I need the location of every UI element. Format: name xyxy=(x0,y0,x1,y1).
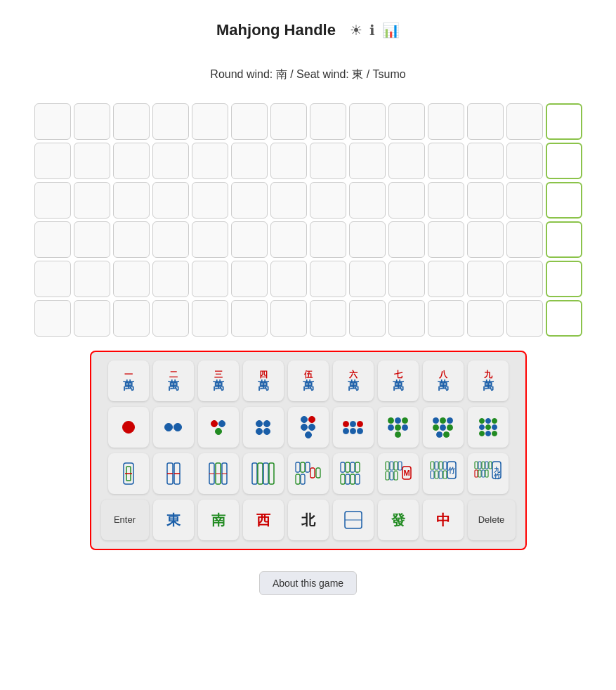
man-1-key[interactable]: 一 萬 xyxy=(108,360,149,401)
tile-slot[interactable] xyxy=(310,300,346,337)
stats-icon[interactable]: 📊 xyxy=(382,22,400,39)
tile-slot[interactable] xyxy=(388,182,425,219)
pin-6-key[interactable] xyxy=(333,407,374,448)
sou-9-key[interactable]: 九 竹 xyxy=(468,453,509,494)
tile-slot[interactable] xyxy=(192,143,228,179)
tile-slot[interactable] xyxy=(34,103,71,140)
tile-slot[interactable] xyxy=(74,143,110,179)
tile-slot[interactable] xyxy=(74,103,110,140)
tile-slot[interactable] xyxy=(349,300,386,337)
sou-4-key[interactable] xyxy=(243,453,284,494)
pin-1-key[interactable] xyxy=(108,407,149,448)
sou-1-key[interactable] xyxy=(108,453,149,494)
tile-slot[interactable] xyxy=(506,221,543,258)
sou-6-key[interactable] xyxy=(333,453,374,494)
tile-slot[interactable] xyxy=(467,182,504,219)
tile-slot[interactable] xyxy=(310,261,346,297)
tile-slot[interactable] xyxy=(113,182,150,219)
tile-slot[interactable] xyxy=(388,300,425,337)
man-6-key[interactable]: 六 萬 xyxy=(333,360,374,401)
haku-key[interactable] xyxy=(333,500,374,540)
enter-key[interactable]: Enter xyxy=(101,500,149,540)
tile-slot[interactable] xyxy=(388,103,425,140)
tile-slot[interactable] xyxy=(152,261,189,297)
pin-9-key[interactable] xyxy=(468,407,509,448)
tile-slot[interactable] xyxy=(192,261,228,297)
tile-slot[interactable] xyxy=(506,103,543,140)
tile-slot[interactable] xyxy=(192,103,228,140)
man-2-key[interactable]: 二 萬 xyxy=(153,360,194,401)
tile-slot[interactable] xyxy=(152,221,189,258)
side-tile-slot[interactable] xyxy=(546,103,582,140)
tile-slot[interactable] xyxy=(349,182,386,219)
pin-4-key[interactable] xyxy=(243,407,284,448)
tile-slot[interactable] xyxy=(506,261,543,297)
side-tile-slot[interactable] xyxy=(546,221,582,258)
delete-key[interactable]: Delete xyxy=(468,500,516,540)
pin-2-key[interactable] xyxy=(153,407,194,448)
tile-slot[interactable] xyxy=(113,143,150,179)
sou-2-key[interactable] xyxy=(153,453,194,494)
pin-7-key[interactable] xyxy=(378,407,419,448)
brightness-icon[interactable]: ☀ xyxy=(350,22,362,39)
tile-slot[interactable] xyxy=(34,182,71,219)
tile-slot[interactable] xyxy=(310,221,346,258)
tile-slot[interactable] xyxy=(113,300,150,337)
tile-slot[interactable] xyxy=(388,261,425,297)
tile-slot[interactable] xyxy=(270,300,307,337)
tile-slot[interactable] xyxy=(34,221,71,258)
tile-slot[interactable] xyxy=(34,143,71,179)
man-5-key[interactable]: 伍 萬 xyxy=(288,360,329,401)
man-8-key[interactable]: 八 萬 xyxy=(423,360,464,401)
tile-slot[interactable] xyxy=(34,261,71,297)
tile-slot[interactable] xyxy=(428,103,464,140)
tile-slot[interactable] xyxy=(467,261,504,297)
sou-3-key[interactable] xyxy=(198,453,239,494)
tile-slot[interactable] xyxy=(231,182,268,219)
tile-slot[interactable] xyxy=(349,221,386,258)
tile-slot[interactable] xyxy=(74,221,110,258)
tile-slot[interactable] xyxy=(388,221,425,258)
tile-slot[interactable] xyxy=(152,143,189,179)
tile-slot[interactable] xyxy=(192,221,228,258)
tile-slot[interactable] xyxy=(113,103,150,140)
sou-8-key[interactable]: 竹 xyxy=(423,453,464,494)
tile-slot[interactable] xyxy=(349,143,386,179)
tile-slot[interactable] xyxy=(231,300,268,337)
tile-slot[interactable] xyxy=(428,261,464,297)
tile-slot[interactable] xyxy=(74,300,110,337)
east-key[interactable]: 東 xyxy=(153,500,194,540)
tile-slot[interactable] xyxy=(270,221,307,258)
tile-slot[interactable] xyxy=(310,143,346,179)
tile-slot[interactable] xyxy=(231,221,268,258)
tile-slot[interactable] xyxy=(506,143,543,179)
man-9-key[interactable]: 九 萬 xyxy=(468,360,509,401)
pin-3-key[interactable] xyxy=(198,407,239,448)
sou-7-key[interactable]: M xyxy=(378,453,419,494)
tile-slot[interactable] xyxy=(467,143,504,179)
tile-slot[interactable] xyxy=(231,143,268,179)
side-tile-slot[interactable] xyxy=(546,143,582,179)
about-button[interactable]: About this game xyxy=(259,571,357,595)
tile-slot[interactable] xyxy=(270,103,307,140)
tile-slot[interactable] xyxy=(349,103,386,140)
tile-slot[interactable] xyxy=(428,143,464,179)
info-icon[interactable]: ℹ xyxy=(369,22,375,39)
man-3-key[interactable]: 三 萬 xyxy=(198,360,239,401)
pin-5-key[interactable] xyxy=(288,407,329,448)
hatsu-key[interactable]: 發 xyxy=(378,500,419,540)
tile-slot[interactable] xyxy=(34,300,71,337)
chun-key[interactable]: 中 xyxy=(423,500,464,540)
tile-slot[interactable] xyxy=(74,261,110,297)
tile-slot[interactable] xyxy=(152,300,189,337)
tile-slot[interactable] xyxy=(192,300,228,337)
tile-slot[interactable] xyxy=(113,221,150,258)
tile-slot[interactable] xyxy=(270,261,307,297)
tile-slot[interactable] xyxy=(270,182,307,219)
south-key[interactable]: 南 xyxy=(198,500,239,540)
side-tile-slot[interactable] xyxy=(546,261,582,297)
man-7-key[interactable]: 七 萬 xyxy=(378,360,419,401)
side-tile-slot[interactable] xyxy=(546,300,582,337)
tile-slot[interactable] xyxy=(74,182,110,219)
sou-5-key[interactable] xyxy=(288,453,329,494)
